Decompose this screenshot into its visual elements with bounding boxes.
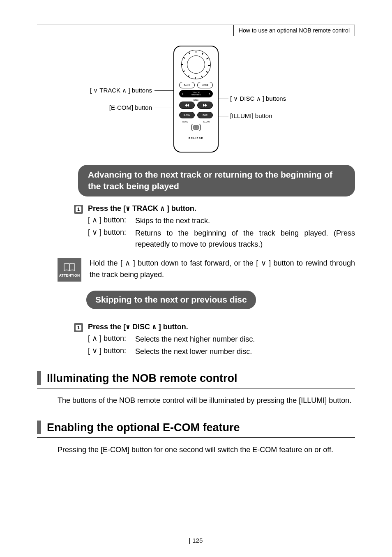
remote-illustration: BAND MODE ∨ TRACKTUNE·SEEK ∧ DISC E-COM … — [173, 46, 219, 153]
svg-marker-3 — [205, 104, 207, 107]
up-chevron-icon: ∧ — [209, 92, 210, 95]
up-button-desc: Skips to the next track. — [135, 215, 355, 227]
remote-diagram: [ ∨ TRACK ∧ ] buttons [E-COM] button [ ∨… — [37, 46, 355, 165]
callout-disc-buttons-label: [ ∨ DISC ∧ ] buttons — [230, 95, 286, 102]
step-2-heading: Press the [∨ DISC ∧ ] button. — [88, 322, 355, 331]
section-banner-advance-track: Advancing to the next track or returning… — [78, 165, 355, 196]
section-banner-skip-disc: Skipping to the next or previous disc — [86, 291, 256, 309]
remote-track-bar: ∨ TRACKTUNE·SEEK ∧ — [179, 90, 213, 97]
section-accent-bar — [37, 371, 41, 385]
leader-line — [154, 90, 175, 91]
down-button-label: [ ∨ ] button: — [88, 346, 131, 358]
page-number: 125 — [189, 537, 203, 544]
callout-illumi-button: [ILLUMI] button — [230, 112, 272, 119]
remote-ecom-button: E-COM — [179, 112, 195, 118]
section-illuminating-body: The buttons of the NOB remote control wi… — [58, 395, 355, 407]
up-button-desc: Selects the next higher number disc. — [135, 334, 355, 345]
leader-line — [154, 108, 175, 108]
remote-dial — [181, 50, 211, 79]
callout-illumi-button-label: [ILLUMI] button — [230, 112, 272, 119]
down-button-desc: Returns to the beginning of the track be… — [135, 228, 355, 251]
step-1-disc: 1 Press the [∨ DISC ∧ ] button. [ ∧ ] bu… — [74, 322, 355, 358]
section-accent-bar — [37, 421, 41, 434]
up-button-label: [ ∧ ] button: — [88, 334, 131, 345]
section-illuminating: Illuminating the NOB remote control — [37, 371, 355, 388]
callout-disc-buttons: [ ∨ DISC ∧ ] buttons — [230, 95, 286, 102]
remote-illumi-label: ILLUMI — [203, 120, 210, 123]
section-title: Illuminating the NOB remote control — [47, 371, 238, 385]
svg-marker-2 — [203, 104, 205, 107]
header-rule: How to use an optional NOB remote contro… — [37, 25, 355, 25]
up-button-label: [ ∧ ] button: — [88, 215, 131, 227]
book-icon — [63, 262, 76, 272]
svg-marker-0 — [185, 104, 187, 107]
remote-illumi-button — [191, 124, 201, 131]
attention-label: ATTENTION — [59, 273, 80, 277]
step-number-badge: 1 — [74, 323, 83, 332]
down-button-label: [ ∨ ] button: — [88, 228, 131, 251]
callout-ecom-button: [E-COM] button — [66, 104, 152, 111]
remote-band-button: BAND — [179, 82, 195, 88]
remote-mute-label: MUTE — [182, 120, 188, 123]
step-number-badge: 1 — [74, 205, 83, 214]
remote-mode-button: MODE — [197, 82, 213, 88]
step-1-track: 1 Press the [∨ TRACK ∧ ] button. [ ∧ ] b… — [74, 204, 355, 251]
down-button-desc: Selects the next lower number disc. — [135, 346, 355, 358]
remote-disc-up — [197, 102, 213, 109]
remote-disc-label: DISC — [179, 99, 213, 101]
section-ecom-body: Pressing the [E-COM] button for one seco… — [58, 444, 355, 456]
callout-ecom-button-label: [E-COM] button — [109, 104, 152, 111]
remote-brand: ECLIPSE — [189, 137, 203, 139]
section-ecom: Enabling the optional E-COM feature — [37, 421, 355, 438]
callout-track-buttons-label: [ ∨ TRACK ∧ ] buttons — [90, 87, 152, 94]
attention-badge: ATTENTION — [58, 258, 81, 282]
remote-disc-down — [179, 102, 195, 109]
section-title: Enabling the optional E-COM feature — [47, 421, 240, 434]
step-1-heading: Press the [∨ TRACK ∧ ] button. — [88, 204, 355, 213]
header-title: How to use an optional NOB remote contro… — [233, 25, 355, 36]
attention-note: ATTENTION Hold the [ ∧ ] button down to … — [58, 258, 355, 282]
svg-marker-1 — [187, 104, 189, 107]
callout-track-buttons: [ ∨ TRACK ∧ ] buttons — [66, 87, 152, 94]
attention-text: Hold the [ ∧ ] button down to fast forwa… — [90, 258, 355, 281]
remote-pwr-button: PWR — [197, 112, 213, 118]
